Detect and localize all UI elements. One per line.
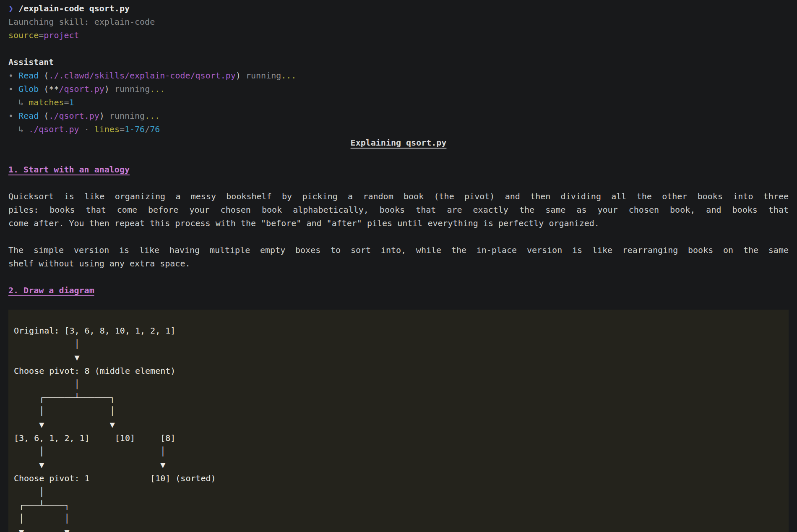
text-line: shelf without using any extra space. (8, 257, 789, 270)
terminal-output: ❯ /explain-code qsort.pyLaunching skill:… (0, 0, 797, 532)
text-line: ▼ ▼ (14, 418, 789, 431)
paragraph-analogy-1: Quicksort is like organizing a messy boo… (8, 190, 789, 230)
ascii-diagram: Original: [3, 6, 8, 10, 1, 2, 1] │ ▼Choo… (14, 324, 789, 532)
terminal-line: source=project (8, 29, 789, 42)
code-block: Original: [3, 6, 8, 10, 1, 2, 1] │ ▼Choo… (8, 310, 789, 532)
doc-title: Explaining qsort.py (351, 138, 447, 148)
text-line: ┌──────┴──────┐ (14, 391, 789, 404)
terminal-line: Assistant (8, 55, 789, 69)
text-line: Quicksort is like organizing a messy boo… (8, 190, 789, 203)
text-line: Original: [3, 6, 8, 10, 1, 2, 1] (14, 324, 789, 337)
text-line: │ │ (14, 404, 789, 418)
section-heading-diagram: 2. Draw a diagram (8, 284, 789, 297)
terminal-line: ↳ ./qsort.py · lines=1-76/76 (8, 123, 789, 136)
text-line: ▼ ▼ (14, 458, 789, 472)
terminal-line: • Read (./.clawd/skills/explain-code/qso… (8, 69, 789, 82)
terminal-line (8, 42, 789, 55)
text-line: [3, 6, 1, 2, 1] [10] [8] (14, 431, 789, 445)
paragraph-analogy-2: The simple version is like having multip… (8, 243, 789, 270)
spacer (8, 176, 789, 190)
terminal-line: ❯ /explain-code qsort.py (8, 2, 789, 15)
terminal-header: ❯ /explain-code qsort.pyLaunching skill:… (8, 2, 789, 136)
doc-title-row: Explaining qsort.py (8, 136, 789, 149)
text-line: piles: books that come before your chose… (8, 203, 789, 216)
text-line: ▼ ▼ (14, 525, 789, 532)
terminal-line: ↳ matches=1 (8, 96, 789, 109)
text-line: come after. You then repeat this process… (8, 216, 789, 230)
terminal-line: • Read (./qsort.py) running... (8, 109, 789, 123)
spacer (8, 149, 789, 163)
text-line: │ │ (14, 445, 789, 458)
text-line: │ (14, 378, 789, 391)
terminal-line: • Glob (**/qsort.py) running... (8, 82, 789, 96)
text-line: Choose pivot: 1 [10] (sorted) (14, 472, 789, 485)
text-line: │ │ (14, 512, 789, 525)
text-line: │ (14, 337, 789, 351)
spacer (8, 230, 789, 243)
text-line: ┌───┴────┐ (14, 498, 789, 512)
text-line: Choose pivot: 8 (middle element) (14, 364, 789, 378)
terminal-line: Launching skill: explain-code (8, 15, 789, 29)
section-heading-analogy: 1. Start with an analogy (8, 163, 789, 176)
spacer (8, 270, 789, 284)
text-line: │ (14, 485, 789, 498)
text-line: ▼ (14, 351, 789, 364)
text-line: The simple version is like having multip… (8, 243, 789, 257)
